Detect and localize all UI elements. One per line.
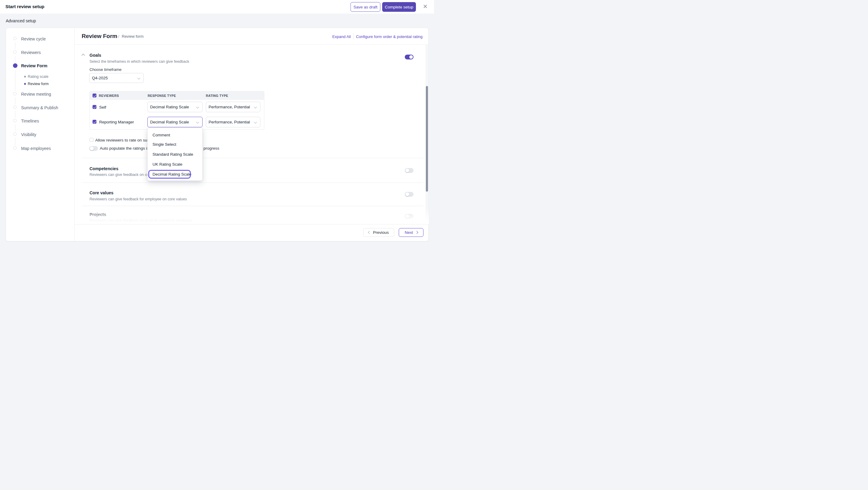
timeframe-value: Q4-2025	[92, 76, 108, 80]
timeframe-label: Choose timeframe	[90, 67, 121, 72]
subgoals-checkbox-label: Allow reviewers to rate on sub-go	[95, 138, 156, 142]
previous-button[interactable]: Previous	[363, 228, 394, 237]
goals-description: Select the timeframes in which reviewers…	[90, 59, 189, 64]
header-links: Expand All Configure form order & potent…	[332, 33, 423, 40]
step-label: Visibility	[21, 132, 36, 137]
response-type-dropdown-menu: Comment Single Select Standard Rating Sc…	[147, 127, 203, 181]
step-label: Reviewers	[21, 50, 41, 55]
reporting-manager-rating-type-select[interactable]: Performance, Potential	[206, 117, 260, 127]
section-divider	[82, 206, 424, 206]
toggle-knob	[409, 55, 413, 59]
stepper-connector	[15, 56, 16, 62]
save-as-draft-button[interactable]: Save as draft	[350, 2, 380, 12]
bullet-dot-icon	[24, 76, 26, 78]
core-values-description: Reviewers can give feedback for employee…	[90, 197, 187, 201]
chevron-down-icon	[254, 106, 257, 109]
reviewer-label-reporting-manager: Reporting Manager	[99, 120, 134, 124]
chevron-right-icon	[415, 231, 418, 234]
reviewers-table: REVIEWERS RESPONSE TYPE RATING TYPE Self…	[90, 91, 264, 130]
step-label: Summary & Publish	[21, 105, 58, 110]
self-rating-type-select[interactable]: Performance, Potential	[206, 102, 260, 112]
select-value: Performance, Potential	[209, 105, 250, 109]
step-label: Map employees	[21, 146, 51, 151]
scrollbar-thumb[interactable]	[426, 86, 428, 192]
stepper-connector	[15, 111, 16, 118]
core-values-toggle[interactable]	[405, 192, 413, 197]
chevron-down-icon	[137, 77, 141, 80]
section-divider	[82, 182, 424, 183]
goals-toggle[interactable]	[405, 55, 413, 59]
column-header-reviewers: REVIEWERS	[99, 94, 119, 97]
dropdown-option-decimal-rating-scale[interactable]: Decimal Rating Scale	[148, 169, 202, 179]
step-label: Review cycle	[21, 36, 46, 41]
dropdown-option-uk-rating-scale[interactable]: UK Rating Scale	[148, 159, 202, 169]
next-label: Next	[405, 230, 413, 235]
stepper-connector	[15, 42, 16, 49]
substep-label: Review form	[28, 82, 49, 86]
core-values-section-title: Core values	[90, 191, 113, 195]
select-value: Performance, Potential	[209, 120, 250, 124]
chevron-down-icon	[196, 106, 199, 109]
complete-setup-button[interactable]: Complete setup	[382, 2, 416, 12]
dropdown-option-comment[interactable]: Comment	[148, 130, 202, 140]
previous-label: Previous	[373, 230, 389, 235]
next-button[interactable]: Next	[399, 228, 424, 237]
competencies-section-title: Competencies	[90, 166, 119, 171]
close-icon[interactable]: ✕	[423, 3, 428, 10]
toggle-knob	[405, 169, 409, 173]
stepper-connector	[15, 124, 16, 131]
autopopulate-label-right: progress	[204, 146, 219, 150]
column-header-rating-type: RATING TYPE	[206, 94, 228, 97]
step-label: Review Form	[21, 63, 47, 68]
subgoals-checkbox[interactable]	[90, 138, 93, 142]
projects-description: Reviewers can give feedback on projects …	[90, 219, 192, 223]
toggle-knob	[405, 214, 409, 219]
autopopulate-toggle[interactable]	[89, 146, 98, 151]
advanced-setup-label: Advanced setup	[6, 19, 36, 23]
substep-label: Rating scale	[28, 75, 49, 79]
step-circle-active-icon	[13, 63, 18, 68]
select-value: Decimal Rating Scale	[150, 105, 189, 109]
goals-section-title: Goals	[90, 53, 101, 58]
self-row-checkbox[interactable]	[93, 105, 96, 109]
collapse-chevron-icon[interactable]	[82, 54, 85, 57]
expand-all-link[interactable]: Expand All	[332, 34, 350, 39]
breadcrumb-separator: /	[118, 34, 119, 39]
page-title: Start review setup	[5, 4, 44, 9]
step-circle-icon	[13, 37, 17, 40]
start-review-setup-screen: Start review setup Save as draft Complet…	[0, 0, 434, 245]
step-circle-icon	[13, 146, 17, 150]
step-circle-icon	[13, 50, 17, 54]
toggle-knob	[405, 193, 409, 196]
competencies-description: Reviewers can give feedback on compet	[90, 173, 157, 177]
chevron-down-icon	[254, 121, 257, 124]
stepper-connector	[15, 138, 16, 145]
self-response-type-select[interactable]: Decimal Rating Scale	[147, 102, 203, 112]
select-value: Decimal Rating Scale	[150, 120, 189, 124]
chevron-left-icon	[368, 231, 371, 234]
competencies-toggle[interactable]	[405, 168, 413, 173]
setup-card: Review cycle Reviewers Review Form Ratin…	[6, 28, 429, 241]
dropdown-option-standard-rating-scale[interactable]: Standard Rating Scale	[148, 149, 202, 159]
timeframe-select[interactable]: Q4-2025	[89, 73, 144, 83]
step-circle-icon	[13, 119, 17, 122]
breadcrumb: Review form	[122, 34, 144, 39]
configure-form-order-link[interactable]: Configure form order & potential rating	[356, 34, 423, 39]
toggle-knob	[90, 147, 94, 150]
select-all-checkbox[interactable]	[93, 93, 96, 97]
vertical-divider	[353, 33, 353, 40]
autopopulate-label-left: Auto populate the ratings in re	[100, 146, 154, 150]
projects-toggle[interactable]	[405, 214, 413, 219]
reporting-manager-row-checkbox[interactable]	[93, 120, 96, 124]
section-divider	[82, 158, 424, 158]
dropdown-option-single-select[interactable]: Single Select	[148, 139, 202, 149]
reporting-manager-response-type-select[interactable]: Decimal Rating Scale	[147, 117, 203, 127]
bullet-dot-active-icon	[24, 83, 26, 85]
scrollbar-track[interactable]	[426, 45, 428, 224]
stepper-connector	[15, 70, 16, 91]
stepper-sidebar: Review cycle Reviewers Review Form Ratin…	[6, 28, 75, 241]
step-circle-icon	[13, 133, 17, 136]
column-header-response-type: RESPONSE TYPE	[148, 94, 176, 97]
step-circle-icon	[13, 92, 17, 95]
reviewer-label-self: Self	[99, 105, 106, 110]
